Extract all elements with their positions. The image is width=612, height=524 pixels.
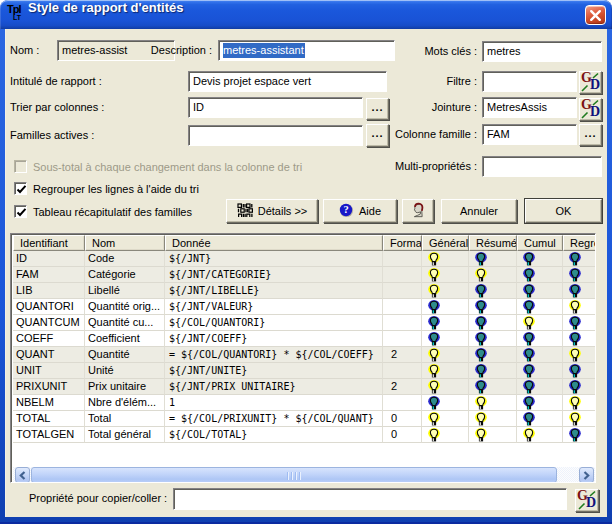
- bulb-on-icon[interactable]: [569, 300, 581, 315]
- bulb-off-icon[interactable]: [523, 332, 535, 347]
- bulb-off-icon[interactable]: [523, 364, 535, 379]
- bulb-off-icon[interactable]: [475, 364, 487, 379]
- bulb-on-icon[interactable]: [428, 284, 440, 299]
- tableau-checkbox[interactable]: [14, 205, 27, 218]
- bulb-off-icon[interactable]: [523, 380, 535, 395]
- bulb-on-icon[interactable]: [523, 428, 535, 443]
- filtre-gd-button[interactable]: GD: [579, 71, 602, 94]
- table-row[interactable]: PRIXUNITPrix unitaire${/JNT/PRIX UNITAIR…: [13, 379, 595, 395]
- bulb-off-icon[interactable]: [523, 412, 535, 427]
- bulb-on-icon[interactable]: [475, 412, 487, 427]
- title-bar[interactable]: Tpl LT Style de rapport d'entités: [0, 0, 612, 29]
- table-row[interactable]: QUANTCUMQuantité cu...${/COL/QUANTORI}: [13, 315, 595, 331]
- annuler-button[interactable]: Annuler: [441, 199, 517, 223]
- table-row[interactable]: TOTALGENTotal général${/COL/TOTAL}0: [13, 427, 595, 443]
- close-button[interactable]: [585, 5, 606, 25]
- familles-field[interactable]: [188, 125, 363, 146]
- bulb-off-icon[interactable]: [569, 316, 581, 331]
- column-header[interactable]: Nom: [85, 235, 165, 251]
- bulb-off-icon[interactable]: [569, 268, 581, 283]
- bulb-off-icon[interactable]: [523, 396, 535, 411]
- table-row[interactable]: COEFFCoefficient${/JNT/COEFF}: [13, 331, 595, 347]
- bulb-on-icon[interactable]: [475, 428, 487, 443]
- scrollbar-thumb[interactable]: [31, 467, 557, 482]
- filtre-field[interactable]: [482, 71, 577, 92]
- bulb-off-icon[interactable]: [475, 380, 487, 395]
- bulb-off-icon[interactable]: [569, 364, 581, 379]
- bulb-off-icon[interactable]: [475, 284, 487, 299]
- multi-proprietes-field[interactable]: [482, 156, 602, 177]
- bulb-on-icon[interactable]: [428, 252, 440, 267]
- bulb-on-icon[interactable]: [569, 348, 581, 363]
- bulb-off-icon[interactable]: [475, 332, 487, 347]
- bulb-off-icon[interactable]: [523, 268, 535, 283]
- scroll-right-button[interactable]: [579, 467, 594, 482]
- table-row[interactable]: QUANTORIQuantité orig...${/JNT/VALEUR}: [13, 299, 595, 315]
- bulb-on-icon[interactable]: [428, 412, 440, 427]
- bulb-off-icon[interactable]: [569, 428, 581, 443]
- propriete-copier-field[interactable]: [173, 488, 567, 510]
- bulb-on-icon[interactable]: [475, 396, 487, 411]
- propriete-gd-button[interactable]: GD: [575, 489, 599, 512]
- bulb-off-icon[interactable]: [428, 316, 440, 331]
- bulb-off-icon[interactable]: [475, 348, 487, 363]
- colonne-famille-browse-button[interactable]: ...: [579, 124, 602, 146]
- table-row[interactable]: IDCode${/JNT}: [13, 251, 595, 267]
- table-row[interactable]: NBELMNbre d'élém...1: [13, 395, 595, 411]
- bulb-off-icon[interactable]: [523, 284, 535, 299]
- column-header[interactable]: Regroupement: [563, 235, 595, 251]
- jointure-gd-button[interactable]: GD: [579, 98, 602, 121]
- details-button[interactable]: Détails >>: [226, 199, 318, 223]
- intitule-field[interactable]: Devis projet espace vert: [188, 71, 387, 92]
- table-cell: [383, 331, 422, 347]
- column-header[interactable]: Général: [422, 235, 469, 251]
- bulb-off-icon[interactable]: [523, 252, 535, 267]
- bulb-off-icon[interactable]: [569, 252, 581, 267]
- jointure-field[interactable]: MetresAssis: [482, 97, 577, 118]
- column-header[interactable]: Cumul: [517, 235, 563, 251]
- bulb-on-icon[interactable]: [475, 268, 487, 283]
- horizontal-scrollbar[interactable]: [13, 467, 595, 482]
- bulb-off-icon[interactable]: [569, 380, 581, 395]
- column-header[interactable]: Format: [383, 235, 422, 251]
- bulb-off-icon[interactable]: [428, 396, 440, 411]
- bulb-on-icon[interactable]: [569, 396, 581, 411]
- colonne-famille-field[interactable]: FAM: [482, 124, 577, 145]
- mots-cles-field[interactable]: metres: [482, 41, 602, 62]
- table-row[interactable]: QUANTQuantité= ${/COL/QUANTORI} * ${/COL…: [13, 347, 595, 363]
- table-cell: Prix unitaire: [85, 379, 165, 395]
- column-header[interactable]: Identifiant: [13, 235, 85, 251]
- table-row[interactable]: LIBLibellé${/JNT/LIBELLE}: [13, 283, 595, 299]
- description-field[interactable]: metres-assistant: [218, 40, 395, 61]
- scroll-left-button[interactable]: [15, 467, 30, 482]
- bulb-off-icon[interactable]: [569, 332, 581, 347]
- sous-total-checkbox[interactable]: [14, 160, 27, 173]
- bulb-off-icon[interactable]: [569, 284, 581, 299]
- trier-field[interactable]: ID: [188, 97, 363, 118]
- bulb-on-icon[interactable]: [428, 348, 440, 363]
- bulb-off-icon[interactable]: [523, 348, 535, 363]
- bulb-on-icon[interactable]: [523, 316, 535, 331]
- column-header[interactable]: Résumé: [469, 235, 517, 251]
- bulb-off-icon[interactable]: [523, 300, 535, 315]
- table-row[interactable]: FAMCatégorie${/JNT/CATEGORIE}: [13, 267, 595, 283]
- bulb-on-icon[interactable]: [428, 380, 440, 395]
- bulb-off-icon[interactable]: [475, 252, 487, 267]
- column-header[interactable]: Donnée: [165, 235, 383, 251]
- description-label: Description :: [120, 40, 212, 61]
- bulb-on-icon[interactable]: [428, 364, 440, 379]
- bulb-off-icon[interactable]: [475, 300, 487, 315]
- regrouper-checkbox[interactable]: [14, 182, 27, 195]
- table-row[interactable]: UNITUnité${/JNT/UNITE}: [13, 363, 595, 379]
- bulb-off-icon[interactable]: [428, 300, 440, 315]
- bulb-on-icon[interactable]: [428, 268, 440, 283]
- bulb-on-icon[interactable]: [428, 428, 440, 443]
- bulb-on-icon[interactable]: [569, 412, 581, 427]
- table-row[interactable]: TOTALTotal= ${/COL/PRIXUNIT} * ${/COL/QU…: [13, 411, 595, 427]
- aide-button[interactable]: ? Aide: [323, 199, 397, 223]
- bulb-off-icon[interactable]: [475, 316, 487, 331]
- table-cell: [517, 283, 563, 299]
- person-button[interactable]: [402, 199, 434, 223]
- bulb-off-icon[interactable]: [428, 332, 440, 347]
- ok-button[interactable]: OK: [525, 199, 602, 223]
